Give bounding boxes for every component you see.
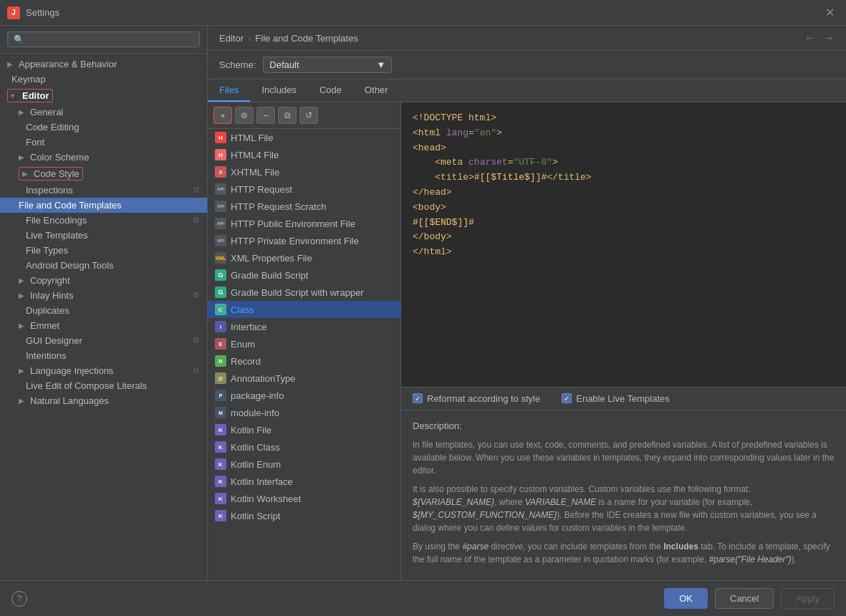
live-templates-label: Enable Live Templates (576, 393, 670, 404)
ok-button[interactable]: OK (664, 588, 708, 609)
sidebar-item-gui-designer[interactable]: GUI Designer ⚙ (0, 333, 207, 348)
file-item-annotation-type[interactable]: @ AnnotationType (208, 370, 400, 387)
sidebar-item-duplicates[interactable]: Duplicates (0, 303, 207, 318)
file-item-html[interactable]: H HTML File (208, 129, 400, 146)
cancel-button[interactable]: Cancel (715, 588, 774, 609)
live-templates-checkbox[interactable]: ✓ (562, 393, 572, 403)
file-item-xhtml[interactable]: X XHTML File (208, 163, 400, 181)
file-item-class[interactable]: C Class (208, 301, 400, 318)
tab-other[interactable]: Other (353, 80, 400, 102)
html-file-icon: H (215, 132, 226, 143)
file-item-package-info[interactable]: P package-info (208, 387, 400, 404)
file-item-kotlin-worksheet[interactable]: K Kotlin Worksheet (208, 490, 400, 507)
breadcrumb-editor: Editor (219, 33, 244, 44)
file-item-xml-properties[interactable]: XML XML Properties File (208, 249, 400, 266)
sidebar-item-keymap[interactable]: Keymap (0, 72, 207, 87)
file-item-label: Kotlin Class (231, 442, 280, 453)
sidebar-item-file-code-templates[interactable]: File and Code Templates (0, 198, 207, 213)
annotation-file-icon: @ (215, 372, 226, 384)
file-item-gradle-wrapper[interactable]: G Gradle Build Script with wrapper (208, 284, 400, 301)
sidebar-item-editor[interactable]: ▾ Editor (0, 87, 207, 105)
file-item-kotlin-file[interactable]: K Kotlin File (208, 421, 400, 438)
live-templates-checkbox-row[interactable]: ✓ Enable Live Templates (562, 393, 670, 404)
sidebar-item-natural-languages[interactable]: ▶ Natural Languages (0, 393, 207, 408)
reformat-checkbox-row[interactable]: ✓ Reformat according to style (413, 393, 540, 404)
sidebar-item-live-edit-compose[interactable]: Live Edit of Compose Literals (0, 378, 207, 393)
remove-template-button[interactable]: − (256, 107, 275, 124)
tab-code[interactable]: Code (308, 80, 353, 102)
file-item-record[interactable]: R Record (208, 352, 400, 370)
sidebar-item-live-templates[interactable]: Live Templates (0, 228, 207, 243)
sidebar-item-code-style[interactable]: ▶ Code Style (0, 165, 207, 183)
nav-forward-button[interactable]: → (823, 32, 835, 44)
sidebar-item-label: Keymap (11, 74, 46, 85)
tab-includes[interactable]: Includes (250, 80, 307, 102)
help-button[interactable]: ? (11, 591, 27, 607)
file-item-http-scratch[interactable]: API HTTP Request Scratch (208, 198, 400, 215)
file-item-kotlin-class[interactable]: K Kotlin Class (208, 438, 400, 456)
file-item-label: Kotlin File (231, 425, 271, 435)
kotlin-script-icon: K (215, 510, 226, 521)
chevron-right-icon: ▶ (19, 108, 27, 116)
file-item-label: Kotlin Worksheet (231, 494, 301, 504)
sidebar-item-android-design-tools[interactable]: Android Design Tools (0, 258, 207, 273)
file-item-label: Interface (231, 322, 267, 332)
file-item-gradle[interactable]: G Gradle Build Script (208, 266, 400, 284)
file-item-label: Kotlin Enum (231, 459, 281, 470)
module-file-icon: M (215, 407, 226, 418)
gear-icon: ⚙ (241, 111, 248, 120)
scheme-dropdown[interactable]: Default ▼ (263, 57, 392, 73)
apply-button[interactable]: Apply (781, 588, 835, 609)
sidebar-item-appearance[interactable]: ▶ Appearance & Behavior (0, 57, 207, 72)
sidebar-item-label: Language Injections (30, 365, 113, 376)
revert-icon: ↺ (305, 110, 312, 120)
sidebar-item-inspections[interactable]: Inspections ⚙ (0, 183, 207, 198)
file-item-kotlin-interface[interactable]: K Kotlin Interface (208, 473, 400, 490)
copy-template-button[interactable]: ⧉ (278, 107, 297, 124)
tab-files[interactable]: Files (208, 80, 250, 102)
code-line-9: </body> (413, 230, 835, 245)
sidebar-item-copyright[interactable]: ▶ Copyright (0, 273, 207, 288)
file-item-kotlin-script[interactable]: K Kotlin Script (208, 507, 400, 524)
file-item-interface[interactable]: I Interface (208, 318, 400, 335)
file-item-http-private[interactable]: API HTTP Private Environment File (208, 232, 400, 249)
sidebar-item-label: Code Style (34, 168, 80, 179)
sidebar-item-label: Inspections (26, 185, 73, 196)
file-list-toolbar: + ⚙ − ⧉ ↺ (208, 102, 400, 129)
search-input[interactable] (7, 32, 200, 47)
close-button[interactable]: ✕ (821, 4, 839, 21)
chevron-right-icon: ▶ (7, 60, 16, 68)
enum-file-icon: E (215, 338, 226, 350)
file-item-html4[interactable]: H HTML4 File (208, 146, 400, 163)
sidebar-item-intentions[interactable]: Intentions (0, 348, 207, 363)
http-public-icon: API (215, 218, 226, 229)
sidebar-item-label: Intentions (26, 350, 66, 361)
file-item-enum[interactable]: E Enum (208, 335, 400, 352)
sidebar-item-general[interactable]: ▶ General (0, 105, 207, 120)
sidebar-item-file-types[interactable]: File Types (0, 243, 207, 258)
nav-arrows: ← → (804, 32, 835, 44)
sidebar-item-file-encodings[interactable]: File Encodings ⚙ (0, 213, 207, 228)
sidebar-item-font[interactable]: Font (0, 135, 207, 150)
file-item-http-public[interactable]: API HTTP Public Environment File (208, 215, 400, 232)
file-item-label: XHTML File (231, 167, 279, 178)
sidebar-item-color-scheme[interactable]: ▶ Color Scheme (0, 150, 207, 165)
sidebar-item-inlay-hints[interactable]: ▶ Inlay Hints ⚙ (0, 288, 207, 303)
revert-template-button[interactable]: ↺ (299, 107, 318, 124)
settings-button[interactable]: ⚙ (235, 107, 254, 124)
file-item-module-info[interactable]: M module-info (208, 404, 400, 421)
reformat-checkbox[interactable]: ✓ (413, 393, 423, 403)
sidebar-item-language-injections[interactable]: ▶ Language Injections ⚙ (0, 363, 207, 378)
xhtml-file-icon: X (215, 166, 226, 178)
code-editor[interactable]: <!DOCTYPE html> <html lang="en"> <head> … (401, 102, 846, 387)
record-file-icon: R (215, 355, 226, 367)
file-item-kotlin-enum[interactable]: K Kotlin Enum (208, 456, 400, 473)
sidebar-item-emmet[interactable]: ▶ Emmet (0, 318, 207, 333)
sidebar-item-code-editing[interactable]: Code Editing (0, 120, 207, 135)
bottom-bar: ? OK Cancel Apply (0, 580, 846, 616)
breadcrumb: Editor › File and Code Templates (219, 33, 358, 44)
add-template-button[interactable]: + (213, 107, 232, 124)
nav-back-button[interactable]: ← (804, 32, 816, 44)
code-line-2: <html lang="en"> (413, 126, 835, 141)
file-item-http-request[interactable]: API HTTP Request (208, 181, 400, 198)
